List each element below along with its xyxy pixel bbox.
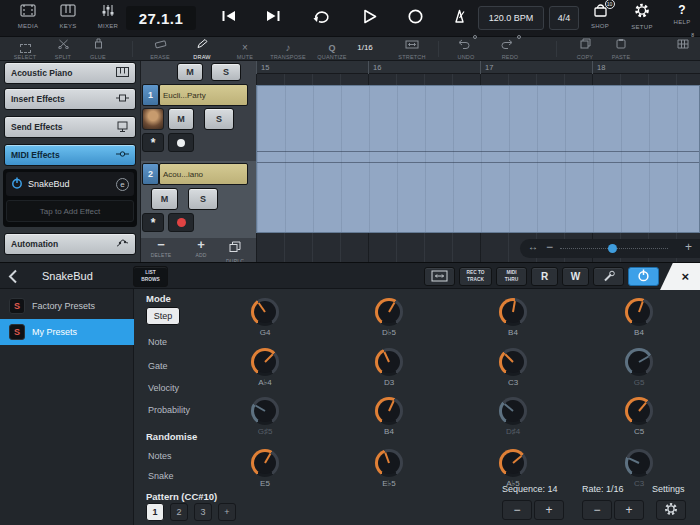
track0-mute-button[interactable]: M (177, 63, 203, 81)
probability-knob-2[interactable] (375, 397, 403, 425)
select-tool-button[interactable]: SELECT (6, 39, 44, 60)
delete-track-button[interactable]: − DELETE (145, 239, 177, 258)
snake-knob-3[interactable] (499, 449, 527, 477)
snake-knob-2[interactable] (375, 449, 403, 477)
keys-button[interactable]: KEYS (50, 3, 86, 29)
transport-prev-button[interactable] (212, 8, 246, 28)
rate-decrement-button[interactable]: − (582, 500, 612, 520)
plugin-power-button[interactable] (628, 267, 659, 286)
note-knob-1[interactable] (251, 298, 279, 326)
transpose-tool-button[interactable]: ♪ TRANSPOSE (266, 39, 310, 60)
gate-knob-1[interactable] (251, 348, 279, 376)
gate-knob-4[interactable] (625, 348, 653, 376)
add-track-button[interactable]: + ADD (185, 239, 217, 258)
transport-play-button[interactable] (352, 8, 386, 28)
erase-tool-button[interactable]: ERASE (142, 39, 178, 60)
rec-to-track-button[interactable]: REC TO TRACK (459, 267, 492, 286)
snake-knob-1[interactable] (251, 449, 279, 477)
duplicate-track-button[interactable]: DUPLC (219, 239, 251, 264)
track2-header[interactable]: 2 Acou...iano M S * (141, 161, 257, 238)
track1-name[interactable]: Eucli...Party (159, 84, 248, 106)
undo-button[interactable]: UNDO (448, 39, 484, 60)
note-knob-3[interactable] (499, 298, 527, 326)
grid-snap-button[interactable]: 8 (668, 39, 698, 60)
write-automation-button[interactable]: W (562, 267, 589, 286)
track1-avatar[interactable] (142, 108, 164, 130)
mode-step-button[interactable]: Step (146, 307, 180, 325)
track1-freeze-button[interactable]: * (142, 133, 164, 152)
mute-tool-button[interactable]: × MUTE (228, 39, 262, 60)
bpm-display[interactable]: 120.0 BPM (478, 6, 544, 30)
effect-slot-snakebud[interactable]: SnakeBud e (6, 172, 134, 196)
track2-freeze-button[interactable]: * (142, 213, 164, 232)
read-automation-button[interactable]: R (531, 267, 558, 286)
metronome-button[interactable] (442, 8, 476, 28)
track1-monitor-button[interactable] (168, 133, 194, 152)
shop-button[interactable]: 10 SHOP (582, 3, 618, 29)
automation-button[interactable]: Automation (4, 233, 136, 255)
instrument-button[interactable]: Acoustic Piano (4, 62, 136, 84)
track2-mute-button[interactable]: M (151, 188, 178, 210)
track1-solo-button[interactable]: S (204, 108, 234, 130)
note-knob-4[interactable] (625, 298, 653, 326)
pattern-1-button[interactable]: 1 (146, 503, 164, 521)
list-browser-button[interactable]: LIST BROWS (133, 266, 168, 287)
fit-screen-button[interactable] (424, 267, 455, 286)
probability-knob-3[interactable] (499, 397, 527, 425)
track1-mute-button[interactable]: M (168, 108, 194, 130)
snake-knob-4[interactable] (625, 449, 653, 477)
gate-knob-2[interactable] (375, 348, 403, 376)
pattern-3-button[interactable]: 3 (194, 503, 212, 521)
redo-button[interactable]: REDO (492, 39, 528, 60)
send-effects-button[interactable]: Send Effects (4, 116, 136, 138)
zoom-slider-handle[interactable] (608, 244, 617, 253)
midi-thru-button[interactable]: MIDI THRU (496, 267, 527, 286)
zoom-out-button[interactable]: − (546, 240, 553, 254)
probability-knob-1[interactable] (251, 397, 279, 425)
insert-effects-button[interactable]: Insert Effects (4, 88, 136, 110)
track1-number[interactable]: 1 (142, 84, 159, 106)
probability-knob-4[interactable] (625, 397, 653, 425)
split-tool-button[interactable]: SPLIT (46, 39, 80, 60)
midi-region[interactable] (256, 85, 700, 233)
timeline-ruler[interactable]: 15 16 17 18 (256, 61, 700, 74)
draw-tool-button[interactable]: DRAW (184, 39, 220, 60)
add-effect-button[interactable]: Tap to Add Effect (6, 200, 134, 222)
gate-knob-3[interactable] (499, 348, 527, 376)
track2-solo-button[interactable]: S (188, 188, 218, 210)
sequence-increment-button[interactable]: + (534, 500, 564, 520)
paste-button[interactable]: PASTE (604, 39, 638, 60)
power-icon[interactable] (11, 177, 23, 191)
plugin-settings-button[interactable] (656, 500, 686, 520)
close-plugin-button[interactable]: × (660, 263, 700, 290)
zoom-in-button[interactable]: + (685, 240, 692, 254)
setup-button[interactable]: SETUP (624, 3, 660, 30)
preset-item-my-presets[interactable]: S My Presets (0, 319, 134, 345)
transport-record-button[interactable] (398, 8, 432, 28)
help-button[interactable]: ? HELP (666, 3, 698, 25)
quantize-value-button[interactable]: 1/16 (350, 39, 380, 60)
edit-effect-icon[interactable]: e (116, 178, 129, 191)
pattern-add-button[interactable]: + (218, 503, 236, 521)
media-button[interactable]: MEDIA (10, 3, 46, 29)
transport-loop-button[interactable] (304, 8, 338, 28)
stretch-tool-button[interactable]: STRETCH (392, 39, 432, 60)
note-knob-2[interactable] (375, 298, 403, 326)
sequence-decrement-button[interactable]: − (502, 500, 532, 520)
midi-effects-button[interactable]: MIDI Effects (4, 144, 136, 166)
track2-number[interactable]: 2 (142, 163, 159, 185)
pattern-2-button[interactable]: 2 (170, 503, 188, 521)
glue-tool-button[interactable]: GLUE (82, 39, 114, 60)
copy-button[interactable]: COPY (568, 39, 602, 60)
rate-increment-button[interactable]: + (614, 500, 644, 520)
back-chevron-icon[interactable] (8, 269, 18, 288)
tools-button[interactable] (593, 267, 624, 286)
track2-record-enable-button[interactable] (168, 213, 194, 232)
mixer-button[interactable]: MIXER (90, 3, 126, 29)
preset-item-factory[interactable]: S Factory Presets (0, 293, 134, 319)
track0-solo-button[interactable]: S (211, 63, 241, 81)
transport-next-button[interactable] (256, 8, 290, 28)
time-display[interactable]: 27.1.1 (126, 6, 196, 30)
quantize-tool-button[interactable]: Q QUANTIZE (312, 39, 352, 60)
track2-name[interactable]: Acou...iano (159, 163, 248, 185)
